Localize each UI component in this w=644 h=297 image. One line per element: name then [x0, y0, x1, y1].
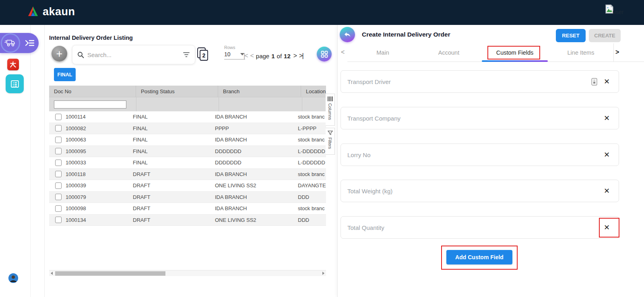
table-row[interactable]: 1000082 FINAL PPPP L-PPPP — [49, 123, 326, 135]
tabs-scroll-right-icon[interactable]: > — [615, 49, 619, 56]
columns-side-tab[interactable]: Columns — [326, 94, 335, 126]
table-row[interactable]: 1000063 FINAL IDA BRANCH stock branc — [49, 134, 326, 146]
panel-title: Create Internal Delivery Order — [362, 31, 450, 38]
user-menu[interactable]: user — [605, 4, 623, 14]
tab-custom-fields[interactable]: Custom Fields — [482, 43, 548, 61]
horizontal-scrollbar[interactable] — [49, 270, 326, 276]
table-header-row: Doc No Posting Status Branch Location — [49, 86, 326, 97]
add-record-button[interactable]: + — [52, 46, 67, 61]
table-row[interactable]: 1000098 DRAFT IDA BRANCH stock branc — [49, 203, 326, 215]
svg-text:2: 2 — [202, 52, 206, 59]
prev-page-icon[interactable]: < — [250, 52, 253, 59]
back-icon — [343, 31, 351, 39]
table-row[interactable]: 1000134 DRAFT ONE LIVING SS2 DDD — [49, 215, 326, 226]
remove-field-button[interactable]: ✕ — [604, 115, 610, 122]
page-title: Internal Delivery Order Listing — [49, 35, 133, 41]
custom-field-transport-driver[interactable]: Transport Driver ✕ — [341, 70, 619, 93]
remove-field-button[interactable]: ✕ — [604, 224, 610, 231]
row-checkbox[interactable] — [55, 182, 62, 189]
reset-button[interactable]: RESET — [556, 29, 586, 42]
screen: akaun user — [0, 0, 644, 297]
row-checkbox[interactable] — [55, 125, 62, 131]
grid-view-button[interactable] — [317, 47, 332, 61]
last-page-icon[interactable]: >| — [299, 52, 303, 59]
columns-icon — [328, 96, 333, 101]
next-page-icon[interactable]: > — [293, 52, 296, 59]
row-checkbox[interactable] — [55, 137, 62, 143]
doc-no-filter-input[interactable] — [54, 100, 126, 109]
column-branch[interactable]: Branch — [218, 86, 301, 97]
top-navbar: akaun user — [0, 0, 644, 25]
table-row[interactable]: 1000118 DRAFT IDA BRANCH stock branc — [49, 169, 326, 180]
brand-text: akaun — [43, 6, 75, 18]
first-page-icon[interactable]: |< — [244, 52, 248, 59]
remove-field-button[interactable]: ✕ — [604, 187, 610, 195]
table-row[interactable]: 1000033 FINAL DDDDDDD L-DDDDDD — [49, 157, 326, 169]
row-checkbox[interactable] — [55, 148, 62, 154]
table-row[interactable]: 1000039 DRAFT ONE LIVING SS2 DAYANGTES — [49, 180, 326, 192]
left-sidebar — [0, 25, 31, 297]
search-input[interactable] — [87, 51, 183, 58]
column-doc-no[interactable]: Doc No — [49, 86, 136, 97]
tabs-scroll-left-icon[interactable]: < — [341, 49, 345, 56]
tab-line-items[interactable]: Line Items — [548, 43, 614, 61]
table-row[interactable]: 1000079 DRAFT IDA BRANCH DDD — [49, 192, 326, 203]
row-checkbox[interactable] — [55, 171, 62, 177]
row-checkbox[interactable] — [55, 205, 62, 212]
custom-field-lorry-no[interactable]: Lorry No ✕ — [341, 143, 619, 166]
listing-panel: Internal Delivery Order Listing + 2 — [44, 25, 335, 297]
pagination: |< < page 1 of 12 > >| — [244, 52, 303, 59]
text-field-type-icon[interactable] — [591, 78, 597, 86]
filters-side-tab[interactable]: Filters — [326, 128, 335, 155]
filter-list-icon[interactable] — [183, 52, 190, 57]
scrollbar-thumb[interactable] — [55, 271, 165, 276]
create-button[interactable]: CREATE — [589, 29, 621, 42]
rows-per-page-select[interactable]: Rows 10 — [224, 45, 245, 59]
user-alt-text: user — [613, 9, 623, 15]
rows-label: Rows — [224, 45, 245, 50]
list-app-icon[interactable] — [6, 74, 24, 93]
tab-account[interactable]: Account — [416, 43, 482, 61]
cjk-app-icon[interactable] — [7, 59, 19, 70]
table-filter-row — [49, 97, 326, 111]
tab-bar: < Main Account Custom Fields Line Items … — [338, 43, 644, 62]
status-filter-chip[interactable]: FINAL — [54, 68, 76, 81]
custom-field-transport-company[interactable]: Transport Company ✕ — [341, 107, 619, 129]
row-checkbox[interactable] — [55, 217, 62, 223]
remove-field-button[interactable]: ✕ — [604, 78, 610, 85]
add-custom-field-button[interactable]: Add Custom Field — [446, 250, 512, 264]
filters-icon — [328, 131, 333, 135]
brand-logo[interactable]: akaun — [27, 5, 75, 18]
delivery-truck-icon — [1, 34, 20, 52]
scroll-left-icon[interactable] — [49, 270, 54, 276]
table-body: 1000114 FINAL IDA BRANCH stock branc 100… — [49, 111, 326, 226]
rows-value: 10 — [224, 51, 231, 57]
column-posting-status[interactable]: Posting Status — [136, 86, 218, 97]
create-panel: Create Internal Delivery Order RESET CRE… — [337, 25, 644, 297]
menu-collapse-icon[interactable] — [25, 39, 35, 47]
table-row[interactable]: 1000114 FINAL IDA BRANCH stock branc — [49, 111, 326, 123]
remove-field-button[interactable]: ✕ — [604, 151, 610, 158]
row-checkbox[interactable] — [55, 194, 62, 200]
active-tab-underline — [482, 60, 548, 62]
search-box — [72, 45, 195, 64]
search-icon — [77, 51, 84, 58]
table-row[interactable]: 1000095 FINAL DDDDDDD L-DDDDDD — [49, 146, 326, 158]
brand-triangle-icon — [27, 5, 39, 18]
back-button[interactable] — [340, 27, 355, 42]
custom-field-total-quantity[interactable]: Total Quantity ✕ — [341, 216, 619, 239]
row-checkbox[interactable] — [55, 160, 62, 166]
active-module-pill[interactable] — [0, 33, 39, 53]
scroll-right-icon[interactable] — [321, 270, 326, 276]
column-location[interactable]: Location — [301, 86, 326, 97]
row-checkbox[interactable] — [55, 114, 62, 120]
custom-field-total-weight[interactable]: Total Weight (kg) ✕ — [341, 180, 619, 202]
duplicate-2-icon[interactable]: 2 — [197, 47, 209, 61]
tab-main[interactable]: Main — [350, 43, 416, 61]
user-avatar[interactable] — [8, 273, 18, 283]
delivery-order-table: Doc No Posting Status Branch Location 10… — [49, 86, 326, 226]
page-indicator: page 1 of 12 — [256, 53, 291, 59]
